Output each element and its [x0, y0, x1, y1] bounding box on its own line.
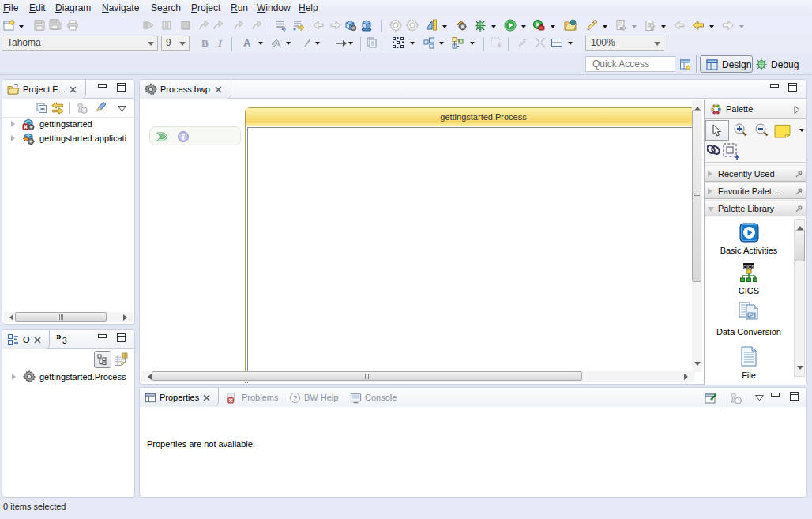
svg-text:CPY: CPY	[747, 313, 756, 318]
svg-text:?: ?	[293, 393, 298, 401]
svg-text:CICS: CICS	[743, 265, 754, 269]
